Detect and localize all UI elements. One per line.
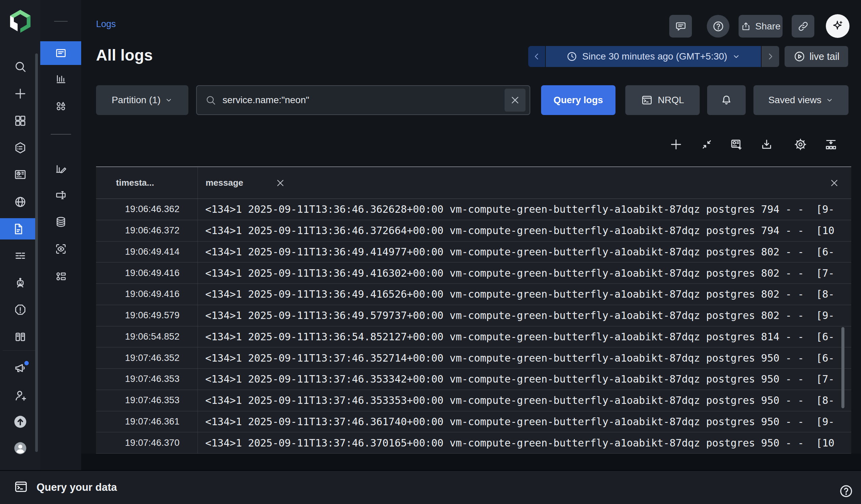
rail-divider-top <box>54 21 68 22</box>
log-row[interactable]: 19:07:46.353<134>1 2025-09-11T13:37:46.3… <box>96 369 851 390</box>
sidebar-scrollbar[interactable] <box>35 53 38 452</box>
chevron-down-icon <box>165 96 173 104</box>
logs-document-icon <box>12 222 25 236</box>
breadcrumb-logs[interactable]: Logs <box>96 19 116 29</box>
remove-timestamp-column-button[interactable] <box>273 176 287 190</box>
traces-nav-button[interactable] <box>0 246 40 265</box>
log-row[interactable]: 19:06:46.372<134>1 2025-09-11T13:36:46.3… <box>96 220 851 242</box>
avatar-icon <box>13 440 28 456</box>
clear-search-button[interactable] <box>505 88 525 112</box>
announcements-nav-button[interactable] <box>0 358 40 378</box>
invite-user-nav-button[interactable] <box>0 386 40 406</box>
timestamp-column-header[interactable]: timesta... <box>116 178 154 188</box>
chevron-down-icon <box>825 96 834 104</box>
remove-message-column-button[interactable] <box>827 176 842 190</box>
rail-data[interactable] <box>40 212 81 232</box>
share-button[interactable]: Share <box>739 15 782 38</box>
ai-assistant-button[interactable] <box>826 14 849 38</box>
download-icon <box>760 138 774 151</box>
alerts-nav-button[interactable] <box>0 300 40 319</box>
rail-obfuscation[interactable] <box>40 239 81 259</box>
log-message-cell: <134>1 2025-09-11T13:37:46.370165+00:00 … <box>205 437 851 449</box>
alert-bell-button[interactable] <box>707 85 746 115</box>
infrastructure-nav-button[interactable] <box>0 327 40 347</box>
table-scrollbar[interactable] <box>842 327 845 408</box>
rail-partitions[interactable] <box>40 185 81 205</box>
time-forward-button[interactable] <box>762 46 779 67</box>
nrql-button[interactable]: NRQL <box>625 85 700 115</box>
logs-nav-button-selected[interactable] <box>0 218 36 240</box>
rail-pipelines[interactable] <box>40 267 81 286</box>
group-columns-button[interactable] <box>823 136 839 152</box>
create-nav-button[interactable] <box>0 84 40 104</box>
log-row[interactable]: 19:06:49.579<134>1 2025-09-11T13:36:49.5… <box>96 305 851 326</box>
browser-nav-button[interactable] <box>0 192 40 212</box>
entities-nav-button[interactable] <box>0 138 40 158</box>
log-message-cell: <134>1 2025-09-11T13:36:54.852127+00:00 … <box>205 331 851 343</box>
log-row[interactable]: 19:07:46.352<134>1 2025-09-11T13:37:46.3… <box>96 348 851 369</box>
dashboards-nav-button[interactable] <box>0 165 40 185</box>
help-circle-icon <box>838 483 854 499</box>
log-timestamp-cell: 19:06:46.362 <box>96 204 180 215</box>
link-icon <box>797 20 809 32</box>
footer-terminal[interactable] <box>14 479 28 495</box>
log-row[interactable]: 19:06:49.414<134>1 2025-09-11T13:36:49.4… <box>96 242 851 263</box>
search-input[interactable] <box>222 94 499 106</box>
log-timestamp-cell: 19:06:49.414 <box>96 247 180 257</box>
patterns-shapes-icon <box>54 100 67 113</box>
traces-lines-icon <box>14 249 27 262</box>
log-row[interactable]: 19:06:49.416<134>1 2025-09-11T13:36:49.4… <box>96 262 851 284</box>
table-bottom-gap <box>81 454 861 470</box>
apps-nav-button[interactable] <box>0 111 40 131</box>
query-logs-button[interactable]: Query logs <box>541 85 615 115</box>
new-relic-logo[interactable] <box>0 8 40 37</box>
footer-help-button[interactable] <box>837 482 855 500</box>
query-your-data-label[interactable]: Query your data <box>37 481 117 493</box>
rail-attributes[interactable] <box>40 69 81 89</box>
log-timestamp-cell: 19:06:49.579 <box>96 310 180 321</box>
feedback-button[interactable] <box>669 15 692 38</box>
copy-link-button[interactable] <box>792 15 814 38</box>
dashboards-card-icon <box>14 168 27 181</box>
time-range-label: Since 30 minutes ago (GMT+5:30) <box>582 51 727 62</box>
log-row[interactable]: 19:06:46.362<134>1 2025-09-11T13:36:46.3… <box>96 199 851 220</box>
help-button[interactable] <box>707 15 729 38</box>
add-column-button[interactable] <box>668 136 684 152</box>
log-row[interactable]: 19:07:46.361<134>1 2025-09-11T13:37:46.3… <box>96 411 851 433</box>
log-timestamp-cell: 19:07:46.361 <box>96 417 180 427</box>
rail-parsing[interactable] <box>40 159 81 179</box>
primary-sidebar <box>0 0 40 470</box>
chevron-right-icon <box>765 51 776 62</box>
bell-icon <box>720 94 733 107</box>
rail-all-logs-selected[interactable] <box>40 41 81 65</box>
collapse-arrows-icon <box>700 138 713 151</box>
search-nav-button[interactable] <box>0 57 40 77</box>
log-row[interactable]: 19:07:46.353<134>1 2025-09-11T13:37:46.3… <box>96 390 851 411</box>
live-tail-button[interactable]: live tail <box>784 46 848 67</box>
settings-button[interactable] <box>792 136 809 152</box>
entity-hexagon-icon <box>14 141 27 154</box>
new-relic-logo-icon <box>8 9 33 36</box>
log-timestamp-cell: 19:06:46.372 <box>96 225 180 236</box>
close-x-icon <box>829 178 840 188</box>
ai-assistant-nav-button[interactable] <box>0 273 40 292</box>
log-message-cell: <134>1 2025-09-11T13:37:46.353342+00:00 … <box>205 373 851 385</box>
log-row[interactable]: 19:07:46.370<134>1 2025-09-11T13:37:46.3… <box>96 432 851 454</box>
saved-views-dropdown[interactable]: Saved views <box>753 85 848 115</box>
collapse-view-button[interactable] <box>699 136 715 152</box>
partition-dropdown[interactable]: Partition (1) <box>96 85 188 115</box>
rail-patterns[interactable] <box>40 96 81 116</box>
time-back-button[interactable] <box>528 46 545 67</box>
add-to-dashboard-icon <box>730 138 743 151</box>
add-to-dashboard-button[interactable] <box>728 136 745 152</box>
time-range-button[interactable]: Since 30 minutes ago (GMT+5:30) <box>546 46 761 67</box>
download-button[interactable] <box>758 136 775 152</box>
log-table-header: timesta... message <box>96 167 851 199</box>
log-row[interactable]: 19:06:49.416<134>1 2025-09-11T13:36:49.4… <box>96 284 851 305</box>
message-column-header[interactable]: message <box>206 178 243 188</box>
log-row[interactable]: 19:06:54.852<134>1 2025-09-11T13:36:54.8… <box>96 326 851 348</box>
user-profile-button[interactable] <box>0 438 40 458</box>
upgrade-nav-button[interactable] <box>0 412 40 432</box>
log-search-box <box>196 85 530 115</box>
terminal-icon <box>14 479 28 494</box>
